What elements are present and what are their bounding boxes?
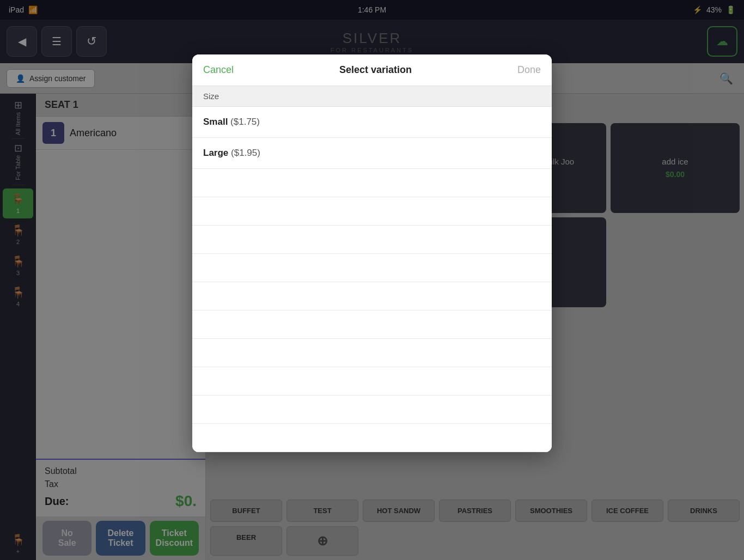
option-large-name: Large [203,148,231,158]
variation-option-large[interactable]: Large ($1.95) [192,138,552,169]
modal-empty-rows [192,169,552,452]
variation-section-size: Size [192,86,552,107]
variation-option-small[interactable]: Small ($1.75) [192,107,552,138]
modal-title: Select variation [339,64,412,76]
empty-row-2 [192,197,552,226]
modal-done-button[interactable]: Done [517,64,541,76]
empty-row-7 [192,339,552,367]
empty-row-10 [192,424,552,452]
empty-row-9 [192,395,552,424]
option-small-name: Small [203,117,230,127]
empty-row-4 [192,254,552,282]
modal-cancel-button[interactable]: Cancel [203,64,234,76]
empty-row-5 [192,282,552,311]
modal-header: Cancel Select variation Done [192,54,552,86]
empty-row-3 [192,226,552,254]
option-large-price: ($1.95) [231,148,260,158]
empty-row-8 [192,367,552,395]
select-variation-modal: Cancel Select variation Done Size Small … [192,54,552,452]
empty-row-6 [192,311,552,339]
option-small-price: ($1.75) [230,117,260,127]
empty-row-1 [192,169,552,197]
